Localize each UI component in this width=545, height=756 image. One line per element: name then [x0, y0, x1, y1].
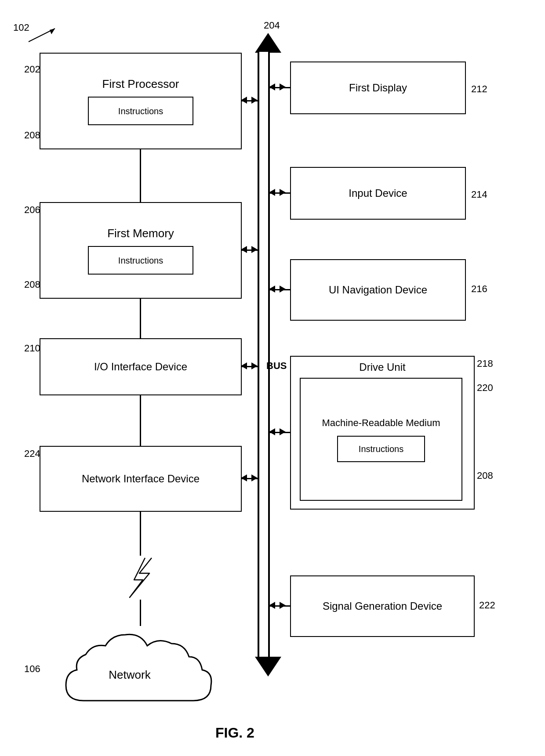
ref-208b: 208 — [24, 279, 40, 290]
diagram: 102 204 BUS 202 First Processor Instruct… — [0, 0, 545, 756]
cloud-icon: Network — [48, 622, 237, 727]
ref-224: 224 — [24, 448, 40, 459]
arrow-right-id — [280, 189, 286, 196]
first-memory-label: First Memory — [107, 226, 174, 241]
ref-202: 202 — [24, 64, 40, 75]
machine-readable-label: Machine-Readable Medium — [322, 416, 440, 430]
instructions-box-3: Instructions — [337, 436, 425, 462]
first-memory-box: First Memory Instructions — [40, 202, 242, 299]
ref-208c: 208 — [477, 470, 493, 481]
first-display-label: First Display — [349, 81, 407, 94]
arrow-right-ni — [251, 474, 258, 481]
signal-generation-label: Signal Generation Device — [323, 599, 442, 614]
instructions-box-2: Instructions — [88, 246, 193, 275]
ref-214: 214 — [471, 189, 487, 200]
arrow-right-fp — [251, 97, 258, 104]
arrow-left-fm — [241, 246, 247, 253]
instructions-label-2: Instructions — [118, 255, 163, 266]
arrow-right-io — [251, 362, 258, 369]
ref-220: 220 — [477, 382, 493, 394]
v-line-3 — [140, 395, 141, 448]
lightning-icon — [121, 556, 160, 600]
arrow-right-fm — [251, 246, 258, 253]
instructions-label-1: Instructions — [118, 105, 163, 117]
io-interface-label: I/O Interface Device — [94, 360, 187, 373]
input-device-label: Input Device — [349, 186, 407, 200]
bus-label: BUS — [266, 360, 287, 372]
v-line-1 — [140, 149, 141, 202]
machine-readable-box: Machine-Readable Medium Instructions — [300, 378, 462, 501]
ref-218: 218 — [477, 358, 493, 369]
drive-unit-box: Drive Unit Machine-Readable Medium Instr… — [290, 356, 475, 510]
ref-222: 222 — [479, 600, 495, 611]
bus-arrow-up — [255, 33, 281, 53]
bus-shaft — [258, 52, 270, 658]
ui-navigation-label: UI Navigation Device — [329, 282, 427, 297]
ref-206: 206 — [24, 204, 40, 216]
arrow-left-ni — [241, 474, 247, 481]
ref-208a: 208 — [24, 130, 40, 141]
arrow-left-fp — [241, 97, 247, 104]
ref-204: 204 — [264, 20, 280, 31]
input-device-box: Input Device — [290, 167, 466, 220]
signal-generation-box: Signal Generation Device — [290, 575, 475, 637]
bus-arrow-down — [255, 657, 281, 676]
v-line-4 — [140, 512, 141, 556]
ref-216: 216 — [471, 283, 487, 295]
io-interface-box: I/O Interface Device — [40, 338, 242, 395]
arrow-right-du — [280, 428, 286, 435]
first-processor-box: First Processor Instructions — [40, 53, 242, 149]
first-display-box: First Display — [290, 61, 466, 114]
ref-212: 212 — [471, 83, 487, 95]
instructions-box-1: Instructions — [88, 97, 193, 125]
svg-text:Network: Network — [109, 668, 151, 681]
ref-106: 106 — [24, 663, 40, 675]
arrow-right-fd-r — [280, 83, 286, 90]
ref-210: 210 — [24, 343, 40, 354]
network-interface-box: Network Interface Device — [40, 446, 242, 512]
drive-unit-label: Drive Unit — [291, 360, 474, 374]
arrow-left-fd-l — [269, 83, 275, 90]
arrow-right-sg — [280, 602, 286, 609]
ui-navigation-box: UI Navigation Device — [290, 259, 466, 321]
svg-marker-1 — [50, 29, 55, 34]
instructions-label-3: Instructions — [359, 443, 403, 455]
fig-label: FIG. 2 — [215, 725, 254, 741]
arrow-left-du — [269, 428, 275, 435]
arrow-left-sg — [269, 602, 275, 609]
first-processor-label: First Processor — [102, 77, 179, 92]
arrow-left-nav — [269, 286, 275, 293]
network-interface-label: Network Interface Device — [82, 472, 200, 485]
arrow-left-id — [269, 189, 275, 196]
arrow-right-nav — [280, 286, 286, 293]
arrow-left-io — [241, 362, 247, 369]
